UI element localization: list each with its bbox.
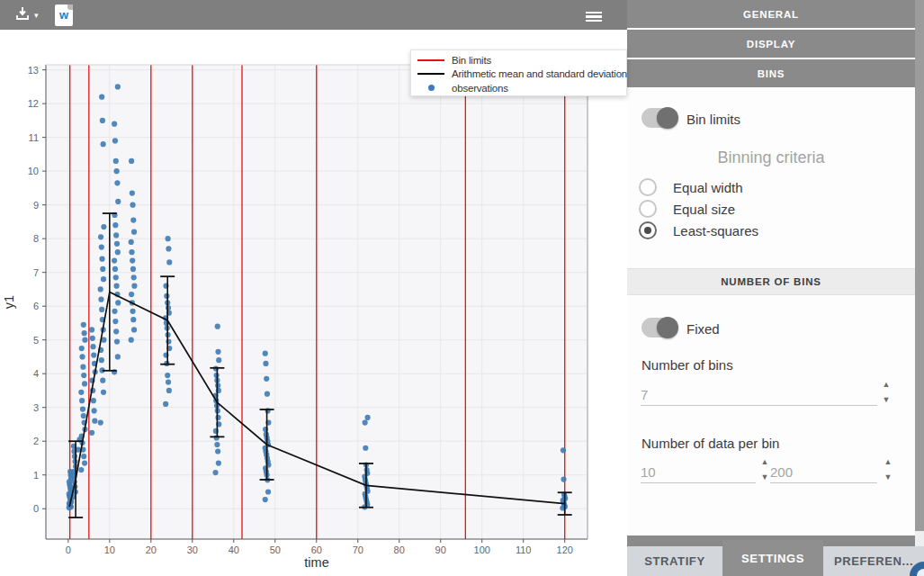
y-axis-label: y1 [2, 295, 16, 309]
data-per-bin-min-input[interactable]: 10 [641, 458, 756, 483]
svg-text:0: 0 [33, 503, 39, 514]
spinner-down-icon[interactable]: ▼ [880, 396, 893, 404]
tab-settings[interactable]: SETTINGS [722, 540, 823, 576]
toolbar: ▾ w [0, 0, 627, 30]
svg-text:50: 50 [270, 544, 281, 555]
svg-text:8: 8 [33, 233, 39, 244]
svg-text:80: 80 [394, 544, 405, 555]
svg-text:3: 3 [33, 402, 39, 413]
plot-legend: Bin limits Arithmetic mean and standard … [410, 50, 627, 96]
settings-panel: GENERAL DISPLAY BINS Bin limits Binning … [627, 0, 924, 576]
svg-text:5: 5 [33, 335, 39, 346]
svg-text:10: 10 [28, 166, 39, 176]
number-of-bins-label: Number of bins [641, 357, 733, 373]
svg-text:0: 0 [66, 544, 71, 555]
svg-text:9: 9 [33, 200, 39, 211]
panel-scrollbar-thumb[interactable] [915, 0, 924, 531]
data-per-bin-label: Number of data per bin [641, 436, 779, 451]
download-button[interactable]: ▾ [14, 4, 39, 26]
spinner-down-icon[interactable]: ▼ [882, 473, 894, 482]
x-axis-ticks: 0102030405060708090100110120 [66, 539, 573, 555]
hamburger-icon [586, 9, 602, 23]
section-header-general[interactable]: GENERAL [627, 0, 915, 28]
svg-text:10: 10 [104, 544, 115, 555]
svg-text:120: 120 [557, 544, 573, 555]
radio-icon [639, 178, 657, 196]
bin-limits-line-icon [417, 59, 444, 61]
x-axis-label: time [304, 555, 328, 570]
mean-line-icon [417, 73, 444, 75]
radio-icon [639, 200, 657, 218]
data-per-bin-max-input[interactable]: 200 [770, 458, 877, 483]
svg-text:11: 11 [29, 132, 39, 143]
subheader-number-of-bins: NUMBER OF BINS [627, 268, 915, 295]
svg-text:4: 4 [33, 368, 39, 379]
svg-text:40: 40 [229, 544, 239, 555]
svg-text:110: 110 [516, 544, 532, 555]
section-header-bins[interactable]: BINS [627, 59, 915, 87]
svg-text:2: 2 [33, 436, 39, 446]
chevron-down-icon: ▾ [34, 11, 39, 20]
tab-stratify[interactable]: STRATIFY [627, 546, 722, 576]
legend-label: observations [452, 83, 508, 94]
data-per-bin-max-spinner: ▲ ▼ [882, 458, 894, 482]
radio-least-squares[interactable]: Least-squares [639, 221, 758, 239]
radio-selected-icon [639, 221, 657, 239]
spinner-up-icon[interactable]: ▲ [882, 458, 894, 466]
legend-label: Bin limits [452, 55, 491, 66]
download-icon [14, 5, 31, 25]
tab-preferences[interactable]: PREFEREN... [823, 546, 924, 576]
number-of-bins-spinner: ▲ ▼ [880, 381, 893, 404]
binning-criteria-title: Binning criteria [627, 148, 915, 167]
svg-text:6: 6 [33, 301, 39, 311]
svg-text:13: 13 [28, 65, 39, 76]
svg-text:90: 90 [435, 544, 446, 555]
radio-equal-width[interactable]: Equal width [639, 178, 743, 196]
observation-dot-icon [417, 85, 444, 91]
legend-item-observations: observations [417, 81, 626, 95]
spinner-down-icon[interactable]: ▼ [758, 473, 771, 482]
word-doc-icon: w [55, 4, 73, 26]
svg-text:7: 7 [33, 267, 39, 278]
menu-button[interactable] [586, 5, 606, 28]
spinner-up-icon[interactable]: ▲ [880, 381, 893, 389]
legend-label: Arithmetic mean and standard deviation [452, 68, 627, 79]
bin-limits-toggle-label: Bin limits [686, 112, 740, 127]
svg-text:1: 1 [33, 470, 39, 481]
fixed-toggle[interactable] [641, 318, 676, 338]
panel-scrollbar-track [915, 0, 924, 546]
section-header-display[interactable]: DISPLAY [627, 30, 915, 58]
bin-limits-toggle[interactable] [641, 108, 676, 128]
fixed-toggle-label: Fixed [686, 321, 720, 337]
data-per-bin-min-spinner: ▲ ▼ [758, 458, 771, 482]
svg-text:100: 100 [474, 544, 490, 555]
y-axis-ticks: 012345678910111213 [28, 65, 46, 515]
legend-item-bin-limits: Bin limits [417, 53, 626, 68]
legend-item-mean-sd: Arithmetic mean and standard deviation [417, 68, 626, 82]
radio-equal-size[interactable]: Equal size [639, 200, 735, 218]
number-of-bins-input[interactable]: 7 [641, 381, 877, 406]
svg-text:12: 12 [28, 98, 39, 109]
spinner-up-icon[interactable]: ▲ [758, 458, 771, 466]
svg-text:20: 20 [146, 544, 157, 555]
word-export-button[interactable]: w [55, 4, 73, 26]
svg-text:60: 60 [311, 544, 322, 555]
svg-text:70: 70 [353, 544, 363, 555]
svg-text:30: 30 [187, 544, 198, 555]
